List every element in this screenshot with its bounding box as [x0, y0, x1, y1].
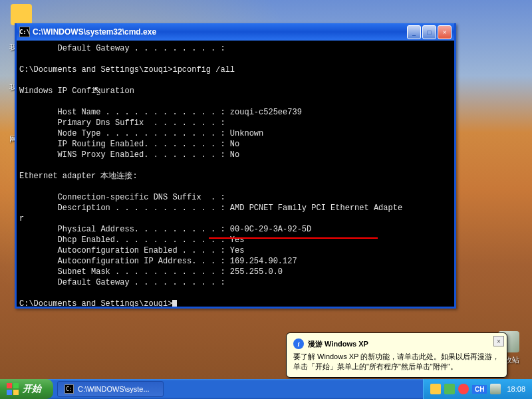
start-button[interactable]: 开始: [0, 379, 53, 399]
console-output[interactable]: Default Gateway . . . . . . . . . : C:\D…: [17, 41, 454, 307]
tray-icon[interactable]: [444, 384, 455, 394]
cmd-window: C:\ C:\WINDOWS\system32\cmd.exe _ □ × De…: [15, 23, 456, 309]
info-icon: i: [293, 338, 304, 349]
cmd-icon: C:\: [19, 27, 30, 37]
tray-icon[interactable]: [430, 384, 441, 394]
tray-shield-icon[interactable]: [458, 384, 469, 394]
titlebar[interactable]: C:\ C:\WINDOWS\system32\cmd.exe _ □ ×: [17, 23, 454, 41]
window-title: C:\WINDOWS\system32\cmd.exe: [33, 27, 407, 37]
taskbar: 开始 C: C:\WINDOWS\syste... CH 18:08: [0, 379, 532, 399]
windows-logo-icon: [7, 383, 19, 395]
close-button[interactable]: ×: [438, 25, 452, 39]
taskbar-item-label: C:\WINDOWS\syste...: [78, 385, 150, 393]
balloon-close-button[interactable]: ×: [493, 336, 504, 346]
clock[interactable]: 18:08: [507, 385, 525, 393]
tray-icon[interactable]: [490, 384, 501, 394]
system-tray[interactable]: CH 18:08: [423, 379, 532, 399]
balloon-title: 漫游 Windows XP: [308, 339, 368, 349]
balloon-body[interactable]: 要了解 Windows XP 的新功能，请单击此处。如果以后再漫游，单击「开始」…: [293, 352, 500, 372]
cmd-icon: C:: [65, 384, 74, 394]
language-indicator[interactable]: CH: [472, 385, 487, 394]
taskbar-item-cmd[interactable]: C: C:\WINDOWS\syste...: [57, 381, 164, 397]
maximize-button[interactable]: □: [422, 25, 436, 39]
minimize-button[interactable]: _: [407, 25, 421, 39]
start-label: 开始: [23, 383, 41, 395]
highlight-underline: [209, 237, 378, 239]
tour-balloon: × i漫游 Windows XP 要了解 Windows XP 的新功能，请单击…: [286, 332, 507, 378]
